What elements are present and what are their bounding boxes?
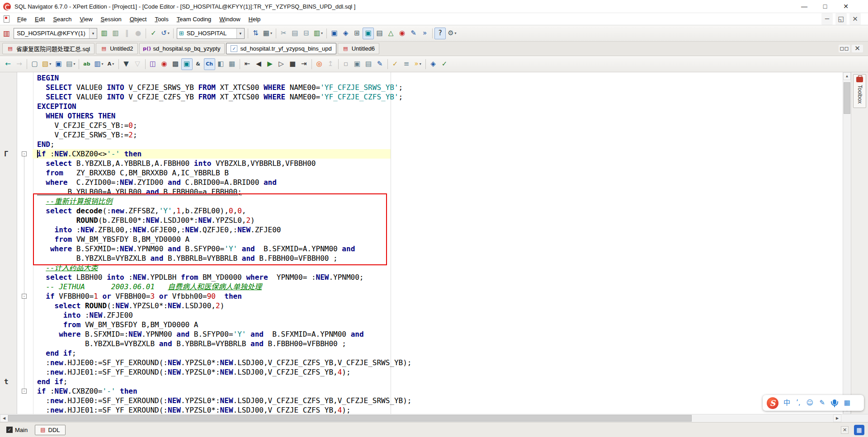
clear-filter-button[interactable]: ▽ [132,58,143,70]
team-coding-button[interactable]: ✓ [439,58,450,70]
vertical-scrollbar[interactable]: ▲ ▼ [843,72,851,414]
parallel-run-button[interactable]: » [419,28,430,39]
code-line[interactable]: :new.HJJE00:=SF_YF_EXROUND(:NEW.YPZSL0*:… [37,396,411,405]
code-line[interactable]: if VFBBH00=1 or VFBBH00=3 or Vfbbh00=90 … [37,291,411,301]
code-line[interactable]: into :NEW.ZFJE00 [37,310,411,320]
code-line[interactable]: -- JETHUA 2003.06.01 自费病人和医保病人单独处理 [37,282,411,291]
punctuation-icon[interactable]: ’, [796,399,801,406]
optimize-button[interactable]: ↥ [325,58,336,70]
code-line[interactable]: :new.HJJE01:=SF_YF_EXROUND(:NEW.YPZSL0*:… [37,405,411,414]
code-editor-view-button[interactable]: ▣ [181,58,193,70]
tab-close-button[interactable]: ✕ [852,45,863,52]
toolbox-tab[interactable]: Toolbox [853,74,866,108]
menu-view[interactable]: View [76,14,97,24]
explain-plan-button[interactable]: ◎ [314,58,325,70]
next-row-button[interactable]: ▷ [276,58,287,70]
menu-team-coding[interactable]: Team Coding [173,14,216,24]
mdi-restore-button[interactable]: ◱ [835,13,847,25]
tab-main[interactable]: ✓ Main [4,425,30,435]
code-line[interactable]: EXCEPTION [37,102,411,111]
document-tab[interactable]: p()sd_hospital.sp_bq_yzypty [139,43,225,54]
code-line[interactable]: WHEN OTHERS THEN [37,111,411,121]
menu-help[interactable]: Help [245,14,265,24]
code-area[interactable]: BEGIN SELECT VALUE0 INTO V_CFZJE_SRWS_YB… [37,73,411,414]
word-wrap-button[interactable]: ab [81,58,92,70]
code-line[interactable]: V_CFZJE_CZFS_YB:=0; [37,121,411,130]
help-button[interactable]: ? [434,28,446,39]
tab-ddl[interactable]: ▤ DDL [35,425,65,435]
code-line[interactable]: select ROUND(:NEW.YPZSL0*:NEW.LSDJ00,2) [37,301,411,310]
code-editor-button[interactable]: ▣ [363,28,374,39]
code-line[interactable]: ROUND(b.ZFBL00*:NEW.LSDJ00*:NEW.YPZSL0,2… [37,216,411,225]
mic-icon[interactable] [833,399,836,404]
more-tools-button[interactable]: »▾ [412,58,424,70]
close-button[interactable]: ✕ [835,0,856,12]
stop-execute-button[interactable]: ■ [287,58,298,70]
combo-dropdown-icon[interactable]: ▾ [236,28,244,38]
minimize-button[interactable]: — [794,0,815,12]
sql-monitor-button[interactable]: ▣ [329,28,340,39]
open-session-button[interactable]: ▥ [99,28,110,39]
options-button[interactable]: ⚙▾ [446,28,458,39]
emoji-icon[interactable]: ☺ [807,399,814,406]
profiler-button[interactable]: ◉ [159,58,170,70]
code-line[interactable]: select B.YBZXLB,A.YBBRLB,A.FBBH00 into V… [37,159,411,168]
menu-search[interactable]: Search [49,14,75,24]
first-row-button[interactable]: ⇤ [242,58,253,70]
sort-button[interactable]: ⇅ [250,28,261,39]
mdi-minimize-button[interactable]: ─ [821,13,833,25]
horizontal-scrollbar[interactable]: ◀ ▶ [0,414,868,422]
close-pane-button[interactable]: ✕ [841,426,849,434]
scroll-left-icon[interactable]: ◀ [0,414,8,422]
new-file-button[interactable]: ▢ [29,58,40,70]
console-button[interactable]: ▩ [170,58,181,70]
calculator-button[interactable]: ▤ [289,28,301,39]
code-line[interactable]: --计入药品大类 [37,263,411,273]
document-tab[interactable]: ✓sd_hospital.tr_yf_yzypsq_bins_upd [226,43,336,54]
pause-button[interactable]: ‖ [121,28,132,39]
ruler-button[interactable]: ⊟ [301,28,312,39]
menu-session[interactable]: Session [97,14,126,24]
menu-window[interactable]: Window [215,14,244,24]
forward-button[interactable]: → [14,58,25,70]
mdi-close-button[interactable]: ✕ [849,13,861,25]
schema-combo[interactable]: ⊞ SD_HOSPITAL ▾ [177,28,245,39]
code-line[interactable]: SELECT VALUE0 INTO V_CFZJE_CZFS_YB FROM … [37,92,411,102]
output-grid-button[interactable]: ▤ [374,28,385,39]
fold-collapse-icon[interactable]: - [22,294,27,299]
code-line[interactable]: B.YBZXLB=VYBZXLB and B.YBBRLB=VYBBRLB an… [37,254,411,263]
prev-row-button[interactable]: ◀ [253,58,264,70]
document-tab[interactable]: ▤Untitled6 [338,43,379,54]
combo-dropdown-icon[interactable]: ▾ [89,28,97,38]
font-size-button[interactable]: A▾ [105,58,117,70]
code-line[interactable]: select decode(:new.ZFFSBZ,'Y',1,b.ZFBL00… [37,206,411,216]
filter-button[interactable]: ▼ [121,58,132,70]
print-button[interactable]: ▤▾ [64,58,77,70]
spell-check-button[interactable]: ✓ [390,58,401,70]
code-line[interactable]: end if; [37,348,411,358]
session-browser-button[interactable]: ◈ [340,28,351,39]
keyboard-icon[interactable]: ▦ [844,399,850,406]
tab-list-button[interactable]: ▫▫ [839,45,850,52]
document-tab[interactable]: ▤Untitled2 [96,43,137,54]
edit-data-button[interactable]: ✎ [408,28,419,39]
split-view-button[interactable]: ◫ [147,58,159,70]
code-line[interactable]: :new.HJJE01:=SF_YF_EXROUND(:NEW.YPZSL0*:… [37,367,411,377]
scroll-right-icon[interactable]: ▶ [833,414,841,422]
code-line[interactable]: where B.SFXMID=:NEW.YPNM00 and B.SFYP00=… [37,329,411,339]
code-line[interactable]: into :NEW.ZFBL00,:NEW.GFJE00,:NEW.QZFJE0… [37,225,411,235]
handwriting-icon[interactable]: ✎ [819,399,825,406]
lock-button[interactable]: ▫ [340,58,352,70]
code-line[interactable]: if :NEW.CXBZ00<>'-' then [33,149,411,159]
code-line[interactable]: SELECT VALUE0 INTO V_CFZJE_SRWS_YB FROM … [37,83,411,92]
save-button[interactable]: ▣ [53,58,64,70]
snippet-button[interactable]: ✂ [278,28,289,39]
code-line[interactable]: if :NEW.CXBZ00='-' then [37,386,411,396]
code-line[interactable]: select LBBH00 into :NEW.YPDLBH from BM_Y… [37,273,411,282]
code-line[interactable]: from VW_BM_YBSFDY B,BM_YD0000 A [37,235,411,244]
columns-button[interactable]: ▥▾ [92,58,105,70]
code-line[interactable]: --重新计算报销比例 [37,197,411,206]
analyze-button[interactable]: △ [385,28,396,39]
code-line[interactable]: from ZY_BRXXB0 C,BM_BRXXB0 A,IC_YBBRLB B [37,168,411,178]
chinese-mode-icon[interactable]: 中 [783,399,790,406]
